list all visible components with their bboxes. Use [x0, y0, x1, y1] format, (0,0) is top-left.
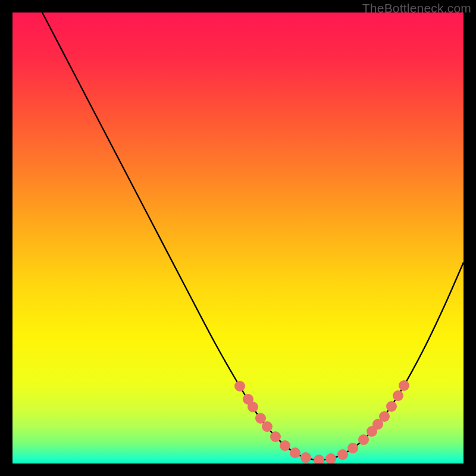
- data-dot: [255, 413, 266, 424]
- data-dot: [393, 390, 403, 401]
- chart-svg: [12, 12, 464, 464]
- data-dot: [399, 380, 409, 391]
- data-dot: [358, 434, 369, 445]
- data-dot: [290, 447, 300, 458]
- data-dot: [234, 381, 245, 392]
- watermark-text: TheBottleneck.com: [362, 1, 471, 15]
- data-dot: [379, 411, 390, 422]
- data-dot: [347, 443, 358, 453]
- data-dot: [337, 449, 348, 460]
- data-dot: [300, 452, 311, 463]
- data-dot: [386, 401, 397, 412]
- data-dot: [280, 440, 290, 451]
- data-dot: [262, 421, 273, 432]
- data-dot: [248, 402, 258, 412]
- data-dot: [270, 431, 281, 442]
